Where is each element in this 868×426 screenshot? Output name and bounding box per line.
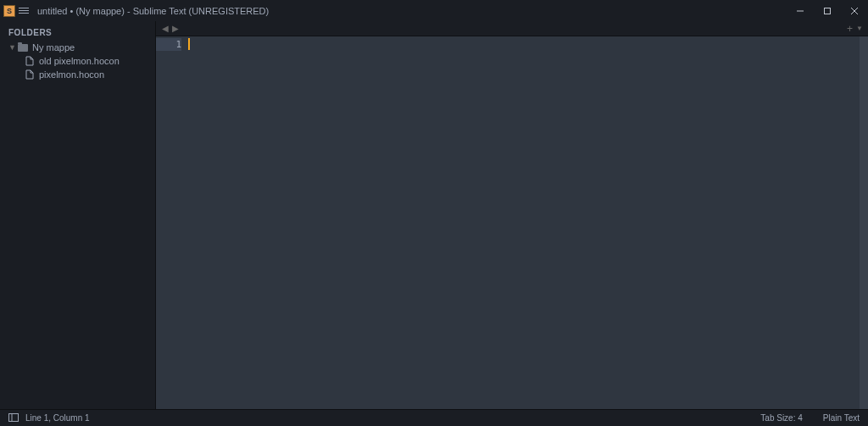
statusbar: Line 1, Column 1 Tab Size: 4 Plain Text xyxy=(0,409,868,426)
tab-bar: ◀ ▶ + ▼ xyxy=(156,21,868,36)
maximize-button[interactable] xyxy=(814,0,841,21)
folder-icon xyxy=(17,42,29,53)
tab-dropdown-icon[interactable]: ▼ xyxy=(856,25,863,32)
file-icon xyxy=(24,56,36,66)
tree-file[interactable]: old pixelmon.hocon xyxy=(0,54,155,68)
tree-file[interactable]: pixelmon.hocon xyxy=(0,68,155,81)
chevron-down-icon: ▼ xyxy=(8,43,15,52)
status-syntax[interactable]: Plain Text xyxy=(823,413,860,423)
vertical-scrollbar[interactable] xyxy=(860,36,868,409)
window-controls xyxy=(787,0,868,21)
panel-icon[interactable] xyxy=(8,413,19,423)
text-cursor xyxy=(188,38,190,50)
editor-area: ◀ ▶ + ▼ 1 xyxy=(156,21,868,409)
svg-rect-4 xyxy=(9,413,19,421)
status-tab-size[interactable]: Tab Size: 4 xyxy=(760,413,802,423)
sidebar-heading: FOLDERS xyxy=(0,25,155,41)
tree-file-label: old pixelmon.hocon xyxy=(39,56,120,66)
nav-back-icon[interactable]: ◀ xyxy=(161,24,170,33)
app-icon: S xyxy=(3,5,15,17)
minimize-button[interactable] xyxy=(787,0,814,21)
titlebar: S untitled • (Ny mappe) - Sublime Text (… xyxy=(0,0,868,21)
close-button[interactable] xyxy=(841,0,868,21)
code-area[interactable] xyxy=(188,36,868,409)
line-number: 1 xyxy=(156,38,181,51)
sidebar: FOLDERS ▼ Ny mappe old pixelmon.hocon pi… xyxy=(0,21,156,409)
svg-rect-1 xyxy=(825,8,831,14)
menu-button[interactable] xyxy=(19,5,31,17)
status-position[interactable]: Line 1, Column 1 xyxy=(25,413,90,423)
tree-folder[interactable]: ▼ Ny mappe xyxy=(0,41,155,54)
editor[interactable]: 1 xyxy=(156,36,868,409)
nav-forward-icon[interactable]: ▶ xyxy=(171,24,180,33)
tree-file-label: pixelmon.hocon xyxy=(39,69,104,80)
new-tab-button[interactable]: + xyxy=(847,23,853,35)
tree-folder-label: Ny mappe xyxy=(32,42,75,53)
window-title: untitled • (Ny mappe) - Sublime Text (UN… xyxy=(37,6,787,16)
file-icon xyxy=(24,69,36,80)
gutter: 1 xyxy=(156,36,188,409)
main-area: FOLDERS ▼ Ny mappe old pixelmon.hocon pi… xyxy=(0,21,868,409)
